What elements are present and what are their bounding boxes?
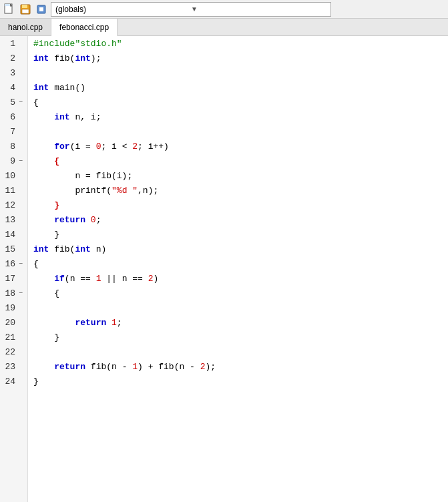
code-line-10: n = fib(i); <box>33 168 448 183</box>
file-icon[interactable] <box>3 3 16 16</box>
code-line-6: int n, i; <box>33 109 448 124</box>
code-line-15: int fib(int n) <box>33 242 448 256</box>
svg-rect-1 <box>5 4 10 6</box>
gear-icon[interactable] <box>35 3 48 16</box>
dropdown-arrow-icon: ▼ <box>191 5 326 13</box>
code-editor[interactable]: 1 2 3 4 5− 6 7 8 9− 10 11 12 13 14 15 16… <box>0 36 448 502</box>
code-line-19 <box>33 300 448 315</box>
code-line-9: { <box>33 154 448 168</box>
code-line-8: for(i = 0; i < 2; i++) <box>33 139 448 154</box>
scope-dropdown[interactable]: (globals) ▼ <box>51 2 331 17</box>
code-line-1: #include"stdio.h" <box>33 36 448 51</box>
code-line-11: printf("%d ",n); <box>33 183 448 198</box>
toolbar: (globals) ▼ <box>0 0 448 19</box>
svg-rect-4 <box>22 9 29 13</box>
code-line-16: { <box>33 256 448 271</box>
code-line-20: return 1; <box>33 315 448 330</box>
scope-dropdown-value: (globals) <box>55 5 191 14</box>
code-line-23: return fib(n - 1) + fib(n - 2); <box>33 359 448 374</box>
code-line-7 <box>33 124 448 139</box>
svg-rect-3 <box>22 5 27 8</box>
code-line-13: return 0; <box>33 212 448 227</box>
tab-hanoi[interactable]: hanoi.cpp <box>0 19 51 35</box>
tabs-bar: hanoi.cpp febonacci.cpp <box>0 19 448 36</box>
code-line-12: } <box>33 198 448 212</box>
code-line-3 <box>33 65 448 80</box>
tab-febonacci[interactable]: febonacci.cpp <box>51 19 118 36</box>
code-line-17: if(n == 1 || n == 2) <box>33 271 448 286</box>
code-line-21: } <box>33 330 448 344</box>
code-content[interactable]: #include"stdio.h" int fib(int); int main… <box>28 36 448 502</box>
code-line-5: { <box>33 95 448 109</box>
code-line-2: int fib(int); <box>33 51 448 65</box>
code-line-22 <box>33 344 448 359</box>
code-line-18: { <box>33 286 448 300</box>
save-icon[interactable] <box>19 3 32 16</box>
code-line-24: } <box>33 374 448 389</box>
code-line-4: int main() <box>33 80 448 95</box>
line-numbers: 1 2 3 4 5− 6 7 8 9− 10 11 12 13 14 15 16… <box>0 36 28 502</box>
svg-rect-6 <box>39 7 43 11</box>
code-line-14: } <box>33 227 448 242</box>
